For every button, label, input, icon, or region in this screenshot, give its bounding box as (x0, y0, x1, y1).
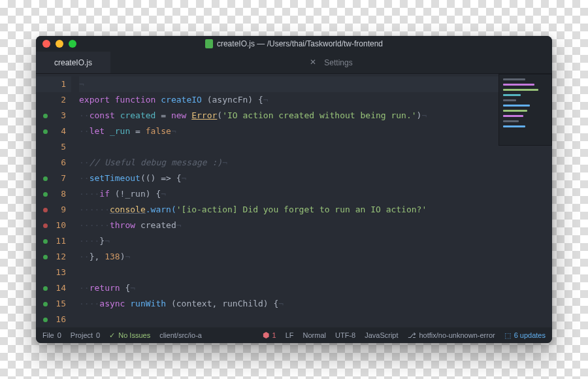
editor-window: createIO.js — /Users/thai/Taskworld/tw-f… (36, 36, 552, 343)
tab-createio[interactable]: createIO.js (36, 52, 110, 73)
line-number: 11 (36, 233, 71, 249)
status-file[interactable]: File 0 (42, 331, 61, 339)
titlebar[interactable]: createIO.js — /Users/thai/Taskworld/tw-f… (36, 36, 552, 52)
code-line (79, 265, 552, 280)
line-number: 6 (36, 155, 71, 171)
code-line: ··return {¬ (79, 280, 552, 296)
line-number: 12 (36, 249, 71, 265)
code-line: export function createIO (asyncFn) {¬ (79, 92, 552, 108)
git-added-icon (43, 239, 48, 244)
line-number: 3 (36, 108, 71, 124)
code-line (79, 139, 552, 155)
git-added-icon (43, 129, 48, 134)
code-line: ··setTimeout(() => {¬ (79, 171, 552, 186)
status-branch[interactable]: ⎇ hotfix/no-unknown-error (408, 331, 495, 340)
code-line: ····}¬ (79, 233, 552, 249)
status-issues[interactable]: ✓ No Issues (109, 331, 150, 340)
package-icon: ⬚ (504, 331, 511, 340)
status-path[interactable]: client/src/io-a (159, 331, 202, 339)
git-added-icon (43, 176, 48, 181)
code-line: ··}, 138)¬ (79, 249, 552, 265)
code-line: ····if (!_run) {¬ (79, 186, 552, 202)
status-encoding[interactable]: UTF-8 (335, 331, 355, 339)
git-added-icon (43, 255, 48, 259)
line-number: 7 (36, 171, 71, 186)
tab-bar: createIO.js Settings (36, 52, 552, 74)
status-mode[interactable]: Normal (303, 331, 326, 339)
close-icon[interactable] (42, 40, 50, 48)
line-number: 13 (36, 265, 71, 280)
minimize-icon[interactable] (56, 40, 63, 48)
check-icon: ✓ (109, 331, 115, 340)
line-number: 16 (36, 312, 71, 327)
code-line: ··let _run = false¬ (79, 124, 552, 139)
editor-area[interactable]: 1 2 3 4 5 6 7 8 9 10 11 12 13 14 15 16 ¬… (36, 74, 552, 327)
minimap[interactable] (498, 74, 552, 146)
line-number: 15 (36, 296, 71, 312)
status-errors[interactable]: ⬢ 1 (263, 331, 276, 340)
line-number: 4 (36, 124, 71, 139)
tab-label: createIO.js (54, 58, 92, 67)
tab-label: Settings (324, 58, 352, 67)
status-eol[interactable]: LF (286, 331, 294, 339)
line-number: 14 (36, 280, 71, 296)
code-line: ··// Useful debug message :)¬ (79, 155, 552, 171)
line-number: 5 (36, 139, 71, 155)
status-updates[interactable]: ⬚ 6 updates (504, 331, 546, 340)
line-number: 2 (36, 92, 71, 108)
traffic-lights (42, 40, 76, 48)
line-number: 1 (36, 76, 71, 92)
git-added-icon (43, 318, 48, 322)
git-added-icon (43, 286, 48, 291)
status-project[interactable]: Project 0 (71, 331, 100, 339)
code-body[interactable]: ¬ export function createIO (asyncFn) {¬ … (71, 74, 552, 327)
line-number: 9 (36, 202, 71, 218)
window-title: createIO.js — /Users/thai/Taskworld/tw-f… (36, 39, 552, 48)
code-line: ¬ (79, 76, 552, 92)
git-branch-icon: ⎇ (408, 331, 416, 340)
git-added-icon (43, 114, 48, 118)
status-bar: File 0 Project 0 ✓ No Issues client/src/… (36, 327, 552, 343)
wrench-icon (310, 58, 319, 67)
code-line: ······console.warn('[io-action] Did you … (79, 202, 552, 218)
line-number: 8 (36, 186, 71, 202)
zoom-icon[interactable] (69, 40, 76, 48)
window-title-text: createIO.js — /Users/thai/Taskworld/tw-f… (217, 39, 383, 48)
git-modified-icon (43, 208, 48, 212)
status-language[interactable]: JavaScript (365, 331, 398, 339)
line-gutter[interactable]: 1 2 3 4 5 6 7 8 9 10 11 12 13 14 15 16 (36, 74, 71, 327)
bug-icon: ⬢ (263, 331, 269, 340)
tab-settings[interactable]: Settings (291, 52, 370, 73)
git-modified-icon (43, 223, 48, 228)
code-line: ····async runWith (context, runChild) {¬ (79, 296, 552, 312)
code-line: ······throw created¬ (79, 218, 552, 233)
git-added-icon (43, 302, 48, 306)
file-icon (205, 39, 213, 48)
git-added-icon (43, 192, 48, 197)
code-line: ··const created = new Error('IO action c… (79, 108, 552, 124)
line-number: 10 (36, 218, 71, 233)
